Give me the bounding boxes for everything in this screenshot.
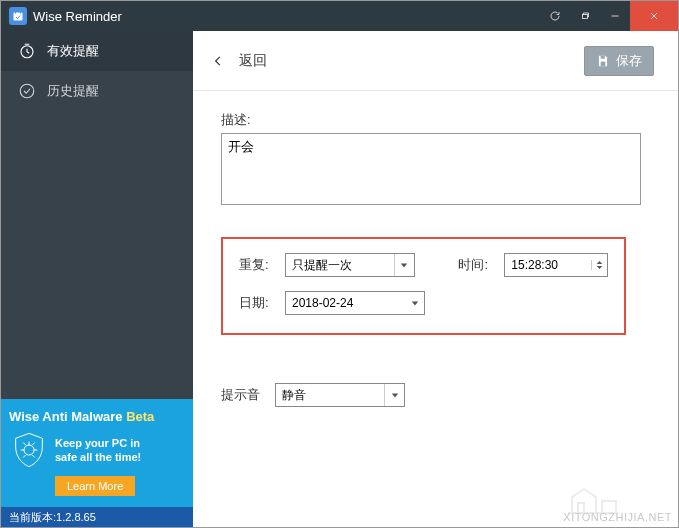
promo-line2: safe all the time! (55, 450, 141, 464)
date-label: 日期: (239, 294, 275, 312)
chevron-left-icon (211, 54, 225, 68)
chevron-down-icon (384, 384, 404, 406)
back-button[interactable]: 返回 (211, 52, 267, 70)
date-input[interactable]: 2018-02-24 (285, 291, 425, 315)
clock-icon (17, 41, 37, 61)
version-value: 1.2.8.65 (56, 511, 96, 523)
sound-label: 提示音 (221, 386, 265, 404)
svg-marker-11 (597, 261, 603, 264)
promo-title-beta: Beta (126, 409, 154, 424)
time-input[interactable]: 15:28:30 (504, 253, 608, 277)
refresh-button[interactable] (540, 1, 570, 31)
shield-bug-icon (9, 430, 49, 470)
minimize-button[interactable] (600, 1, 630, 31)
description-input[interactable] (221, 133, 641, 205)
sidebar-item-label: 历史提醒 (47, 82, 99, 100)
repeat-value: 只提醒一次 (286, 257, 394, 274)
app-window: Wise Reminder 有效提醒 历史提醒 Wise Ant (0, 0, 679, 528)
titlebar: Wise Reminder (1, 1, 678, 31)
repeat-dropdown[interactable]: 只提醒一次 (285, 253, 415, 277)
time-spinner (591, 260, 607, 270)
promo-title: Wise Anti Malware Beta (9, 409, 185, 424)
svg-rect-8 (601, 55, 605, 58)
sidebar-nav: 有效提醒 历史提醒 (1, 31, 193, 399)
svg-marker-10 (401, 263, 407, 267)
close-button[interactable] (630, 1, 678, 31)
sidebar-item-active-reminders[interactable]: 有效提醒 (1, 31, 193, 71)
save-icon (596, 54, 610, 68)
sound-value: 静音 (276, 387, 384, 404)
check-circle-icon (17, 81, 37, 101)
watermark-text: XITONGZHIJIA.NET (563, 511, 672, 523)
save-button[interactable]: 保存 (584, 46, 654, 76)
svg-marker-12 (597, 266, 603, 269)
statusbar: 当前版本:1.2.8.65 (1, 507, 193, 527)
version-label: 当前版本: (9, 510, 56, 525)
time-label: 时间: (458, 256, 494, 274)
form-area: 描述: 重复: 只提醒一次 时间: 15:28:30 (193, 91, 678, 407)
topbar: 返回 保存 (193, 31, 678, 91)
save-label: 保存 (616, 52, 642, 70)
svg-point-6 (20, 84, 34, 98)
watermark-logo-icon (560, 481, 630, 521)
sound-row: 提示音 静音 (221, 383, 648, 407)
svg-point-7 (24, 445, 34, 455)
sidebar-item-history-reminders[interactable]: 历史提醒 (1, 71, 193, 111)
promo-title-main: Wise Anti Malware (9, 409, 126, 424)
svg-marker-14 (391, 393, 397, 397)
promo-panel[interactable]: Wise Anti Malware Beta Keep your PC in s… (1, 399, 193, 507)
time-spin-down[interactable] (592, 265, 607, 270)
promo-text: Keep your PC in safe all the time! (55, 436, 141, 465)
body: 有效提醒 历史提醒 Wise Anti Malware Beta Keep yo… (1, 31, 678, 527)
sidebar-item-label: 有效提醒 (47, 42, 99, 60)
chevron-down-icon (394, 254, 414, 276)
chevron-down-icon (406, 292, 424, 314)
svg-rect-15 (578, 503, 584, 513)
promo-line1: Keep your PC in (55, 436, 141, 450)
window-controls (540, 1, 678, 31)
restore-button[interactable] (570, 1, 600, 31)
sound-dropdown[interactable]: 静音 (275, 383, 405, 407)
time-value: 15:28:30 (505, 258, 591, 272)
highlighted-settings-box: 重复: 只提醒一次 时间: 15:28:30 (221, 237, 626, 335)
repeat-label: 重复: (239, 256, 275, 274)
learn-more-button[interactable]: Learn More (55, 476, 135, 496)
svg-rect-0 (14, 13, 23, 21)
sidebar: 有效提醒 历史提醒 Wise Anti Malware Beta Keep yo… (1, 31, 193, 527)
date-value: 2018-02-24 (286, 296, 406, 310)
description-label: 描述: (221, 111, 648, 129)
main-panel: 返回 保存 描述: 重复: 只提醒一次 (193, 31, 678, 527)
app-logo-icon (9, 7, 27, 25)
svg-rect-9 (601, 61, 606, 66)
app-title: Wise Reminder (33, 9, 540, 24)
svg-rect-1 (583, 15, 588, 19)
back-label: 返回 (239, 52, 267, 70)
svg-marker-13 (412, 301, 418, 305)
